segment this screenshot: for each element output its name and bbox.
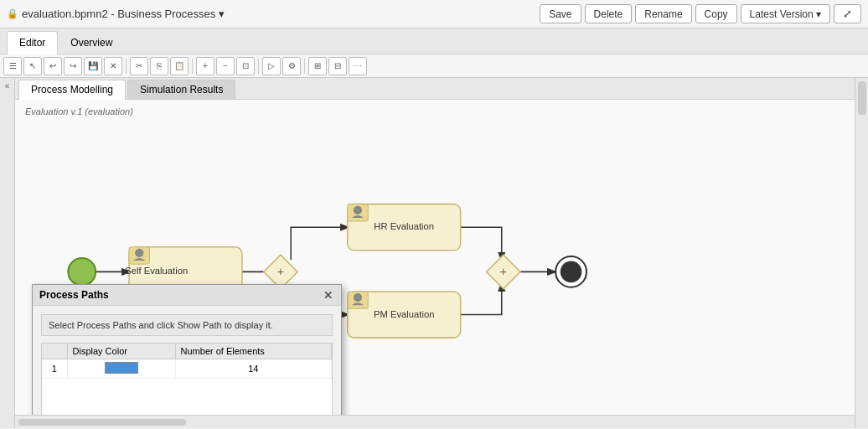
toolbar-mode-btn[interactable]: ☰: [3, 57, 22, 75]
toolbar-zoom-in-btn[interactable]: +: [196, 57, 214, 75]
table-header-row: Display Color Number of Elements: [42, 344, 332, 359]
svg-point-21: [561, 261, 581, 282]
lock-icon: 🔒: [7, 8, 18, 19]
delete-button[interactable]: Delete: [585, 4, 633, 23]
toolbar-sep-1: [126, 59, 127, 74]
latest-version-button[interactable]: Latest Version ▾: [741, 4, 830, 23]
dialog-instruction: Select Process Paths and click Show Path…: [41, 314, 333, 336]
toolbar-simulate-btn[interactable]: ⚙: [282, 57, 301, 75]
toolbar-paste-btn[interactable]: 📋: [170, 57, 189, 75]
dialog-close-button[interactable]: ✕: [321, 288, 334, 302]
elements-count: 14: [175, 359, 331, 379]
toolbar-zoom-out-btn[interactable]: −: [216, 57, 235, 75]
process-paths-dialog: Process Paths ✕ Select Process Paths and…: [32, 284, 342, 415]
tab-overview[interactable]: Overview: [58, 31, 125, 54]
document-title: evaluation.bpmn2 - Business Processes: [22, 8, 215, 20]
table-row[interactable]: 1 14: [42, 359, 332, 379]
main-area: « Process Modelling Simulation Results E…: [0, 78, 868, 428]
toolbar-sep-3: [258, 59, 259, 74]
toolbar-save-btn[interactable]: 💾: [84, 57, 102, 75]
row-index: 1: [42, 359, 67, 379]
process-tabs: Process Modelling Simulation Results: [15, 78, 855, 100]
title-bar: 🔒 evaluation.bpmn2 - Business Processes …: [0, 0, 868, 28]
svg-text:PM Evaluation: PM Evaluation: [374, 309, 434, 319]
color-swatch: [105, 362, 138, 374]
collapse-icon: «: [5, 81, 10, 90]
save-button[interactable]: Save: [540, 4, 581, 23]
row-number-col-header: [42, 344, 67, 359]
toolbar: ☰ ↖ ↩ ↪ 💾 ✕ ✂ ⎘ 📋 + − ⊡ ▷ ⚙ ⊞ ⊟ ⋯: [0, 54, 868, 78]
toolbar-align-left-btn[interactable]: ⊞: [308, 57, 327, 75]
title-dropdown-icon[interactable]: ▾: [219, 8, 225, 20]
expand-button[interactable]: ⤢: [834, 4, 861, 23]
svg-text:Self Evaluation: Self Evaluation: [125, 266, 188, 276]
title-bar-left: 🔒 evaluation.bpmn2 - Business Processes …: [7, 8, 225, 20]
svg-point-3: [68, 258, 96, 286]
toolbar-redo-btn[interactable]: ↪: [64, 57, 82, 75]
dialog-table: Display Color Number of Elements 1 14: [42, 344, 332, 379]
svg-point-12: [354, 206, 362, 214]
rename-button[interactable]: Rename: [635, 4, 691, 23]
toolbar-start-btn[interactable]: ▷: [262, 57, 281, 75]
display-color-col-header: Display Color: [67, 344, 175, 359]
toolbar-fit-btn[interactable]: ⊡: [236, 57, 255, 75]
toolbar-delete-btn[interactable]: ✕: [104, 57, 122, 75]
dialog-body: Select Process Paths and click Show Path…: [33, 306, 341, 415]
svg-text:+: +: [500, 265, 507, 278]
svg-point-16: [354, 293, 362, 302]
dialog-title-bar: Process Paths ✕: [33, 285, 341, 306]
toolbar-copy-btn[interactable]: ⎘: [150, 57, 168, 75]
title-bar-buttons: Save Delete Rename Copy Latest Version ▾…: [540, 4, 861, 23]
toolbar-undo-btn[interactable]: ↩: [44, 57, 62, 75]
toolbar-cut-btn[interactable]: ✂: [130, 57, 148, 75]
bottom-scrollbar[interactable]: [15, 415, 855, 428]
canvas-wrapper: Process Modelling Simulation Results Eva…: [15, 78, 855, 428]
simulation-results-tab[interactable]: Simulation Results: [127, 80, 235, 99]
toolbar-align-btn2[interactable]: ⊟: [328, 57, 347, 75]
tab-bar: Editor Overview: [0, 28, 868, 54]
canvas-area[interactable]: Evaluation v.1 (evaluation): [15, 100, 855, 415]
svg-point-6: [135, 249, 143, 257]
process-modelling-tab[interactable]: Process Modelling: [18, 80, 126, 100]
tab-editor[interactable]: Editor: [7, 31, 58, 54]
number-of-elements-col-header: Number of Elements: [175, 344, 331, 359]
left-collapse-button[interactable]: «: [0, 78, 15, 428]
toolbar-more-btn[interactable]: ⋯: [349, 57, 367, 75]
color-cell: [67, 359, 175, 379]
svg-text:+: +: [277, 265, 284, 278]
dialog-title-text: Process Paths: [39, 289, 109, 301]
svg-text:HR Evaluation: HR Evaluation: [374, 221, 434, 231]
dialog-table-container[interactable]: Display Color Number of Elements 1 14: [41, 343, 333, 415]
toolbar-sep-2: [192, 59, 193, 74]
copy-button[interactable]: Copy: [695, 4, 737, 23]
toolbar-sep-4: [304, 59, 305, 74]
toolbar-select-btn[interactable]: ↖: [23, 57, 42, 75]
right-scrollbar[interactable]: [855, 78, 868, 428]
